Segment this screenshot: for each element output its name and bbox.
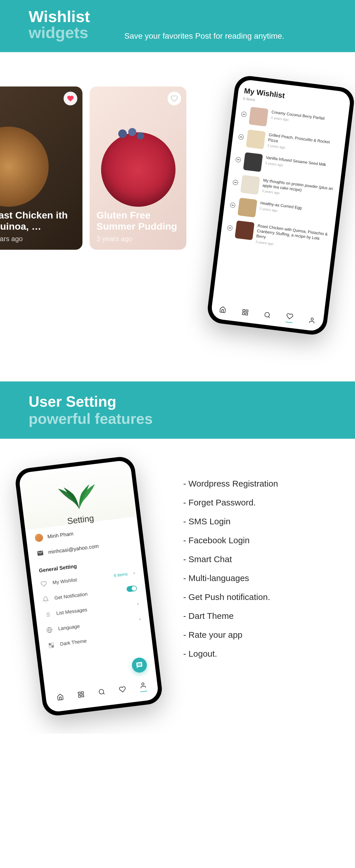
feature-item: - Forget Password. bbox=[183, 498, 326, 507]
svg-rect-22 bbox=[78, 695, 81, 697]
wishlist-section: oast Chicken ith Quinoa, … years ago Glu… bbox=[0, 52, 355, 381]
favorite-button[interactable] bbox=[167, 92, 181, 105]
notification-toggle[interactable] bbox=[126, 585, 137, 592]
user-name: Minh Pham bbox=[47, 531, 74, 540]
svg-rect-18 bbox=[52, 645, 54, 648]
svg-rect-1 bbox=[246, 310, 248, 312]
recipe-cards: oast Chicken ith Quinoa, … years ago Glu… bbox=[0, 87, 186, 330]
bell-icon bbox=[42, 596, 49, 603]
theme-icon bbox=[48, 642, 55, 649]
food-image bbox=[101, 132, 175, 207]
settings-banner: User Setting powerful features bbox=[0, 381, 355, 439]
svg-rect-2 bbox=[245, 313, 248, 315]
feature-item: - Dart Theme bbox=[183, 611, 326, 621]
food-image bbox=[128, 128, 136, 136]
remove-button[interactable] bbox=[235, 157, 241, 163]
svg-line-5 bbox=[268, 316, 270, 318]
phone-mockup-wishlist: My Wishlist 6 items Creamy Coconut Berry… bbox=[206, 74, 355, 337]
svg-rect-15 bbox=[49, 643, 51, 645]
globe-icon bbox=[46, 627, 53, 634]
avatar bbox=[34, 533, 43, 542]
banner-title: Wishlist bbox=[29, 8, 90, 25]
list-icon bbox=[44, 611, 51, 618]
chevron-right-icon: › bbox=[133, 570, 135, 576]
svg-line-7 bbox=[46, 613, 50, 613]
card-time: years ago bbox=[0, 235, 75, 243]
food-image bbox=[0, 127, 49, 207]
svg-point-25 bbox=[141, 683, 144, 685]
plant-icon bbox=[50, 475, 105, 515]
svg-line-24 bbox=[103, 693, 105, 694]
user-email: minhcasi@yahoo.com bbox=[48, 543, 99, 555]
heart-icon bbox=[286, 312, 294, 320]
feature-item: - Get Push notification. bbox=[183, 592, 326, 602]
svg-point-6 bbox=[311, 318, 314, 320]
banner-description: Save your favorites Post for reading any… bbox=[124, 31, 284, 41]
card-time: 3 years ago bbox=[96, 235, 180, 243]
svg-rect-17 bbox=[49, 646, 51, 648]
svg-rect-0 bbox=[243, 310, 245, 312]
grid-icon[interactable] bbox=[77, 691, 85, 699]
svg-rect-21 bbox=[82, 695, 84, 697]
user-icon[interactable] bbox=[308, 317, 316, 324]
remove-button[interactable] bbox=[238, 134, 244, 140]
food-image bbox=[137, 132, 144, 140]
item-thumbnail bbox=[238, 197, 257, 217]
chat-fab[interactable] bbox=[131, 657, 148, 674]
home-icon[interactable] bbox=[56, 693, 64, 701]
feature-item: - SMS Login bbox=[183, 517, 326, 526]
mail-icon bbox=[36, 549, 44, 557]
user-tab[interactable] bbox=[139, 682, 147, 692]
wishlist-badge: 6 items bbox=[114, 571, 128, 578]
search-icon[interactable] bbox=[264, 311, 271, 319]
feature-item: - Smart Chat bbox=[183, 554, 326, 564]
recipe-card[interactable]: Gluten Free Summer Pudding 3 years ago bbox=[90, 87, 186, 250]
features-list: - Wordpress Registration- Forget Passwor… bbox=[183, 462, 326, 711]
recipe-card[interactable]: oast Chicken ith Quinoa, … years ago bbox=[0, 87, 83, 250]
heart-icon bbox=[171, 95, 178, 102]
phone-mockup-settings: Setting Minh Pham minhcasi@yahoo.com Gen… bbox=[14, 455, 164, 717]
row-label: My Wishlist bbox=[52, 573, 108, 586]
tab-bar bbox=[49, 676, 155, 708]
wishlist-banner: Wishlist widgets Save your favorites Pos… bbox=[0, 0, 355, 52]
chevron-right-icon: › bbox=[136, 600, 139, 607]
feature-item: - Multi-languages bbox=[183, 573, 326, 583]
search-icon[interactable] bbox=[98, 688, 106, 696]
remove-button[interactable] bbox=[230, 202, 236, 208]
remove-button[interactable] bbox=[241, 112, 247, 117]
favorite-button[interactable] bbox=[64, 92, 77, 105]
remove-button[interactable] bbox=[227, 225, 233, 231]
banner-subtitle: widgets bbox=[29, 25, 90, 41]
chevron-right-icon: › bbox=[138, 616, 141, 622]
feature-item: - Facebook Login bbox=[183, 535, 326, 545]
svg-line-9 bbox=[47, 616, 50, 616]
banner2-subtitle: powerful features bbox=[29, 410, 326, 427]
chat-icon bbox=[136, 661, 143, 669]
user-icon bbox=[139, 682, 147, 689]
card-title: Gluten Free Summer Pudding bbox=[96, 210, 180, 232]
svg-line-8 bbox=[46, 614, 50, 615]
svg-rect-16 bbox=[51, 643, 54, 645]
svg-rect-19 bbox=[78, 692, 80, 694]
item-thumbnail bbox=[246, 129, 266, 149]
item-thumbnail bbox=[235, 220, 255, 240]
item-thumbnail bbox=[240, 175, 260, 195]
remove-button[interactable] bbox=[233, 180, 238, 185]
heart-icon bbox=[40, 581, 47, 588]
svg-line-14 bbox=[47, 630, 52, 630]
card-title: oast Chicken ith Quinoa, … bbox=[0, 210, 75, 232]
item-thumbnail bbox=[243, 152, 263, 172]
banner2-title: User Setting bbox=[29, 393, 326, 410]
home-icon[interactable] bbox=[219, 306, 227, 314]
wishlist-tab[interactable] bbox=[286, 312, 294, 323]
heart-icon bbox=[67, 95, 74, 102]
feature-item: - Wordpress Registration bbox=[183, 479, 326, 489]
heart-icon[interactable] bbox=[119, 686, 126, 693]
svg-point-4 bbox=[264, 312, 270, 317]
grid-icon[interactable] bbox=[241, 308, 249, 316]
svg-point-23 bbox=[99, 689, 104, 694]
food-image bbox=[118, 129, 127, 138]
svg-rect-3 bbox=[242, 312, 245, 315]
feature-item: - Logout. bbox=[183, 649, 326, 659]
settings-section: Setting Minh Pham minhcasi@yahoo.com Gen… bbox=[0, 439, 355, 734]
